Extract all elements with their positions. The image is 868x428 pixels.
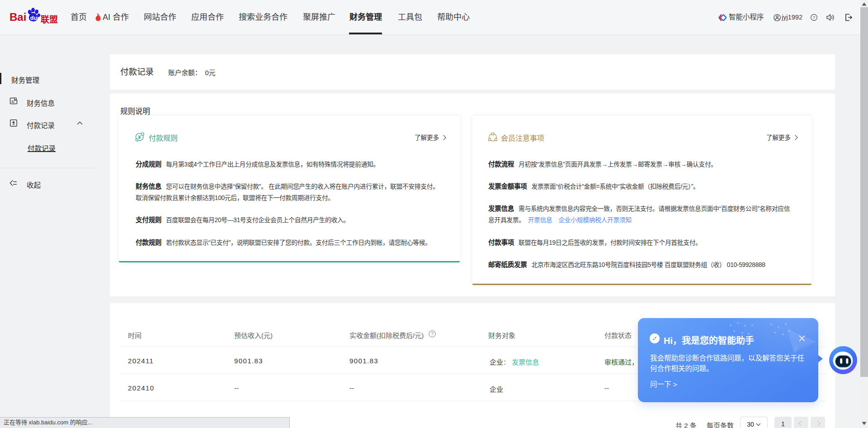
svg-text:?: ? [431, 332, 434, 337]
svg-text:du: du [30, 15, 37, 21]
svg-text:?: ? [813, 15, 815, 20]
